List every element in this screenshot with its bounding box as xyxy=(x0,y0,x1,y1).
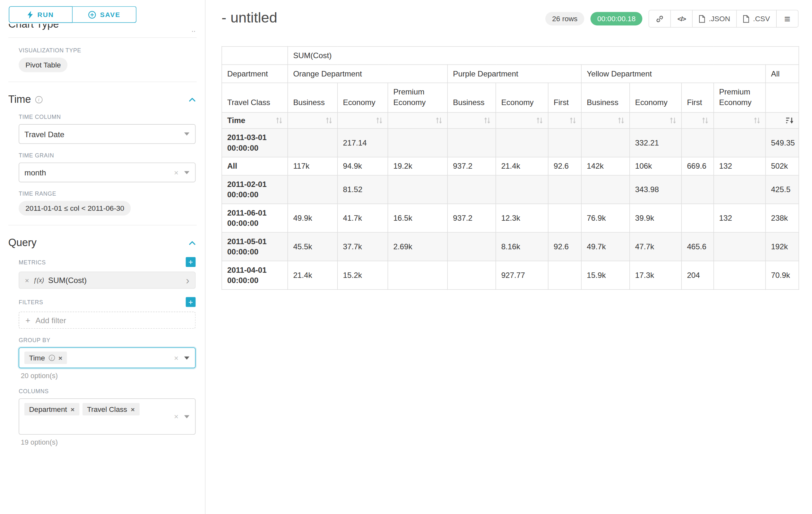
chart-type-heading: Chart Type xyxy=(8,24,59,32)
sort-icon[interactable] xyxy=(570,117,576,124)
pivot-value-cell: 117k xyxy=(288,157,337,175)
column-sort-header[interactable] xyxy=(714,112,766,129)
caret-down-icon[interactable] xyxy=(184,171,190,174)
clear-icon[interactable]: × xyxy=(174,169,178,177)
plus-circle-icon xyxy=(88,10,96,18)
control-panel-sidebar: RUN SAVE Chart Type ‥ VISUALIZATION TYPE… xyxy=(0,0,205,514)
travel-class-column-header: Economy xyxy=(630,83,682,112)
chevron-up-icon[interactable] xyxy=(189,241,196,245)
travel-class-column-header: Economy xyxy=(496,83,548,112)
columns-label: COLUMNS xyxy=(19,388,196,394)
sort-icon[interactable] xyxy=(536,117,543,124)
sort-icon[interactable] xyxy=(618,117,624,124)
pivot-value-cell: 81.52 xyxy=(338,175,388,204)
column-sort-header[interactable] xyxy=(765,112,799,129)
pivot-value-cell: 15.2k xyxy=(338,261,388,290)
department-group-header: All xyxy=(765,64,799,83)
visualization-type-value[interactable]: Pivot Table xyxy=(19,57,67,72)
column-sort-header[interactable] xyxy=(496,112,548,129)
pivot-value-cell: 70.9k xyxy=(765,261,799,290)
travel-class-column-header: Business xyxy=(447,83,496,112)
remove-tag-icon[interactable]: × xyxy=(70,406,75,412)
selected-option-tag[interactable]: Travel Class× xyxy=(83,403,140,415)
chart-title[interactable]: - untitled xyxy=(222,8,277,27)
caret-down-icon[interactable] xyxy=(184,415,190,418)
column-sort-header[interactable] xyxy=(548,112,581,129)
add-filter-plus-button[interactable]: + xyxy=(186,297,196,307)
travel-class-column-header xyxy=(765,83,799,112)
time-range-control: TIME RANGE 2011-01-01 ≤ col < 2011-06-30 xyxy=(0,186,205,219)
sort-icon[interactable] xyxy=(670,117,676,124)
time-column-control: TIME COLUMN Travel Date xyxy=(0,110,205,148)
copy-link-button[interactable] xyxy=(649,10,671,28)
sort-icon[interactable] xyxy=(754,117,760,124)
add-filter-button[interactable]: + Add filter xyxy=(19,312,196,329)
time-range-value[interactable]: 2011-01-01 ≤ col < 2011-06-30 xyxy=(19,201,131,216)
time-grain-label: TIME GRAIN xyxy=(19,152,196,158)
pivot-value-cell: 217.14 xyxy=(338,129,388,157)
row-time-header: 2011-05-01 00:00:00 xyxy=(222,232,288,261)
group-by-select[interactable]: Timei× × xyxy=(19,348,196,369)
code-icon: </> xyxy=(677,15,686,23)
export-json-label: .JSON xyxy=(709,15,730,23)
row-count-badge: 26 rows xyxy=(545,12,584,25)
query-section-header[interactable]: Query xyxy=(0,231,205,253)
travel-class-column-header: Economy xyxy=(338,83,388,112)
column-sort-header[interactable] xyxy=(630,112,682,129)
visualization-type-label: VISUALIZATION TYPE xyxy=(19,47,196,53)
columns-select[interactable]: Department×Travel Class× × xyxy=(19,398,196,435)
tag-label: Travel Class xyxy=(87,405,127,413)
column-sort-header[interactable] xyxy=(682,112,714,129)
chevron-right-icon[interactable]: › xyxy=(186,277,190,284)
column-sort-header[interactable] xyxy=(338,112,388,129)
remove-tag-icon[interactable]: × xyxy=(130,406,135,412)
selected-option-tag[interactable]: Department× xyxy=(24,403,79,415)
sort-icon[interactable] xyxy=(702,117,708,124)
sort-icon[interactable] xyxy=(484,117,490,124)
column-sort-header[interactable] xyxy=(581,112,629,129)
time-grain-control: TIME GRAIN month × xyxy=(0,148,205,187)
department-group-header: Purple Department xyxy=(447,64,581,83)
sort-icon[interactable] xyxy=(376,117,382,124)
sort-descending-active-icon[interactable] xyxy=(786,117,793,124)
export-csv-button[interactable]: .CSV xyxy=(736,10,777,28)
pivot-value-cell xyxy=(714,175,766,204)
column-sort-header[interactable] xyxy=(288,112,337,129)
chevron-up-icon[interactable] xyxy=(189,97,196,102)
pivot-table: SUM(Cost)DepartmentOrange DepartmentPurp… xyxy=(222,46,799,290)
time-column-select[interactable]: Travel Date xyxy=(19,124,196,143)
time-section-header[interactable]: Time i xyxy=(0,87,205,110)
caret-down-icon[interactable] xyxy=(184,132,190,136)
run-button[interactable]: RUN xyxy=(9,6,72,23)
menu-button[interactable]: ≡ xyxy=(776,10,799,28)
metric-item[interactable]: × ƒ(x) SUM(Cost) › xyxy=(19,271,196,289)
column-sort-header[interactable] xyxy=(388,112,447,129)
pivot-value-cell: 937.2 xyxy=(447,157,496,175)
divider xyxy=(8,225,197,225)
remove-metric-icon[interactable]: × xyxy=(25,277,29,284)
pivot-value-cell: 12.3k xyxy=(496,204,548,233)
remove-tag-icon[interactable]: × xyxy=(58,354,62,361)
sort-icon[interactable] xyxy=(326,117,332,124)
clipped-chevron-icon: ‥ xyxy=(192,27,196,32)
lightning-bolt-icon xyxy=(28,10,33,18)
selected-option-tag[interactable]: Timei× xyxy=(24,351,67,364)
pivot-data-row: 2011-06-01 00:00:0049.9k41.7k16.5k937.21… xyxy=(222,204,799,233)
pivot-data-row: 2011-02-01 00:00:0081.52343.98425.5 xyxy=(222,175,799,204)
sort-icon[interactable] xyxy=(276,117,282,124)
sort-icon[interactable] xyxy=(436,117,442,124)
export-json-button[interactable]: .JSON xyxy=(692,10,737,28)
query-section-title: Query xyxy=(8,237,37,249)
clear-icon[interactable]: × xyxy=(174,412,178,420)
time-grain-select[interactable]: month × xyxy=(19,163,196,182)
travel-class-column-header: First xyxy=(548,83,581,112)
pivot-value-cell xyxy=(714,261,766,290)
view-query-button[interactable]: </> xyxy=(670,10,693,28)
add-metric-button[interactable]: + xyxy=(186,257,196,267)
column-sort-header[interactable] xyxy=(447,112,496,129)
pivot-value-cell xyxy=(714,232,766,261)
clear-icon[interactable]: × xyxy=(174,354,178,362)
caret-down-icon[interactable] xyxy=(184,356,190,359)
save-button[interactable]: SAVE xyxy=(72,6,137,23)
divider xyxy=(8,37,197,38)
